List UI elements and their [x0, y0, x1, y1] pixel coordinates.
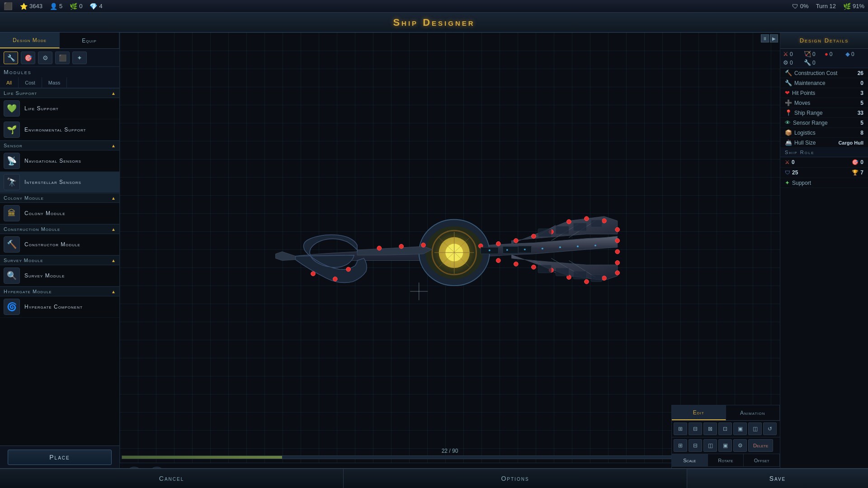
category-life-support[interactable]: Life Support ▲	[0, 88, 119, 98]
svg-point-21	[602, 219, 607, 223]
tool-9[interactable]: ⊟	[689, 439, 702, 452]
svg-point-24	[585, 279, 589, 284]
filter-star[interactable]: ✦	[72, 52, 87, 64]
stat-icon-attack: ⚔ 0	[783, 51, 802, 57]
edit-tools-row2: ⊞ ⊟ ◫ ▣ ⚙ Delete	[672, 437, 780, 454]
right-panel: Design Details ⚔ 0 🏹 0 ● 0 ◆ 0 ⚙ 0	[780, 33, 868, 488]
svg-point-17	[615, 239, 620, 243]
svg-point-29	[531, 234, 536, 239]
list-item[interactable]: 🌱 Environmental Support	[0, 119, 119, 141]
category-sensor[interactable]: Sensor ▲	[0, 141, 119, 150]
tool-4[interactable]: ⊡	[718, 422, 732, 435]
ship-role-section: Ship Role	[780, 148, 868, 157]
module-icon-interstellar-sensors: 🔭	[4, 174, 20, 190]
list-item[interactable]: 💚 Life Support	[0, 98, 119, 119]
module-icon-env-support: 🌱	[4, 122, 20, 138]
svg-point-36	[421, 243, 426, 247]
tool-2[interactable]: ⊟	[689, 422, 702, 435]
stat-energy: 🌿 91%	[843, 3, 864, 10]
hull-size-icon: 🚢	[785, 139, 792, 146]
stat-ship-range: 📍 Ship Range 33	[780, 108, 868, 118]
pause-button[interactable]: ⏸	[761, 34, 769, 42]
category-survey[interactable]: Survey Module ▲	[0, 255, 119, 265]
delete-button[interactable]: Delete	[748, 439, 773, 452]
svg-point-56	[542, 248, 543, 249]
support-icon: ✦	[785, 179, 790, 186]
title-bar: Ship Designer	[0, 13, 868, 33]
topbar: ⬛ ⭐ 3643 👤 5 🌿 0 💎 4 🛡 0% Turn 12 🌿 91%	[0, 0, 868, 13]
tab-offset[interactable]: Offset	[744, 454, 780, 466]
svg-point-39	[346, 267, 351, 272]
stat-construction-cost: 🔨 Construction Cost 26	[780, 68, 868, 78]
options-action-button[interactable]: Options	[344, 469, 687, 488]
category-hypergate[interactable]: Hypergate Module ▲	[0, 286, 119, 296]
svg-point-18	[615, 249, 620, 254]
tool-7[interactable]: ↺	[763, 422, 777, 435]
svg-point-55	[524, 249, 526, 250]
tool-10[interactable]: ◫	[703, 439, 717, 452]
svg-rect-48	[573, 271, 586, 279]
filter-grid[interactable]: ⬛	[55, 52, 70, 64]
tool-8[interactable]: ⊞	[674, 439, 687, 452]
svg-rect-51	[503, 246, 518, 253]
list-item[interactable]: 🌀 Hypergate Component	[0, 296, 119, 318]
play-button[interactable]: ▶	[770, 34, 778, 42]
list-item[interactable]: 📡 Navigational Sensors	[0, 150, 119, 172]
pause-controls: ⏸ ▶	[761, 34, 778, 42]
list-item[interactable]: 🔍 Survey Module	[0, 265, 119, 286]
svg-point-16	[615, 227, 620, 232]
filter-wrench[interactable]: 🔧	[4, 52, 18, 64]
stat-population: 👤 5	[50, 3, 62, 10]
tool-5[interactable]: ▣	[733, 422, 747, 435]
module-name-env-support: Environmental Support	[24, 127, 86, 133]
progress-fill	[122, 456, 282, 459]
logistics-icon: 📦	[785, 129, 792, 136]
stat-sensor-range: 👁 Sensor Range 5	[780, 118, 868, 128]
svg-point-20	[615, 271, 620, 275]
tool-3[interactable]: ⊠	[703, 422, 717, 435]
role-row-2: 🛡 25 🏆 7	[780, 168, 868, 178]
sort-mass[interactable]: Mass	[42, 77, 67, 88]
module-name-nav-sensors: Navigational Sensors	[24, 158, 81, 164]
svg-rect-46	[538, 265, 551, 273]
sort-cost[interactable]: Cost	[19, 77, 42, 88]
category-colony[interactable]: Colony Module ▲	[0, 193, 119, 203]
module-list: Life Support ▲ 💚 Life Support 🌱 Environm…	[0, 88, 119, 446]
list-item[interactable]: 🔭 Interstellar Sensors	[0, 172, 119, 193]
tool-1[interactable]: ⊞	[674, 422, 687, 435]
svg-point-58	[577, 245, 579, 247]
tab-edit[interactable]: Edit	[672, 405, 726, 420]
tab-design-mode[interactable]: Design Mode	[0, 33, 60, 48]
ship-display	[269, 166, 631, 338]
module-icon-colony: 🏛	[4, 205, 20, 221]
svg-rect-43	[556, 226, 569, 234]
role-attack-icon: ⚔	[785, 159, 790, 165]
filter-gear[interactable]: ⚙	[38, 52, 52, 64]
filter-gun[interactable]: 🎯	[21, 52, 35, 64]
construction-cost-icon: 🔨	[785, 70, 792, 76]
tool-12[interactable]: ⚙	[733, 439, 747, 452]
svg-rect-42	[538, 229, 551, 237]
tool-6[interactable]: ◫	[748, 422, 762, 435]
tab-animation[interactable]: Animation	[726, 405, 780, 420]
svg-point-19	[615, 261, 620, 265]
sort-all[interactable]: All	[0, 77, 19, 88]
module-icon-life-support: 💚	[4, 100, 20, 117]
stat-hit-points: ❤ Hit Points 3	[780, 88, 868, 98]
module-name-life-support: Life Support	[24, 105, 59, 112]
list-item[interactable]: 🔨 Constructor Module	[0, 234, 119, 255]
cancel-action-button[interactable]: Cancel	[0, 469, 344, 488]
list-item[interactable]: 🏛 Colony Module	[0, 203, 119, 224]
save-button[interactable]: Save	[687, 469, 868, 488]
svg-point-57	[559, 246, 561, 248]
category-construction[interactable]: Construction Module ▲	[0, 224, 119, 234]
filter-icons-row: 🔧 🎯 ⚙ ⬛ ✦	[0, 49, 119, 67]
place-button[interactable]: Place	[8, 450, 112, 465]
tab-scale[interactable]: Scale	[672, 454, 708, 466]
tab-rotate[interactable]: Rotate	[708, 454, 744, 466]
tool-11[interactable]: ▣	[718, 439, 732, 452]
stat-hull-size: 🚢 Hull Size Cargo Hull	[780, 138, 868, 148]
svg-point-41	[311, 272, 316, 276]
tab-equip[interactable]: Equip	[60, 33, 119, 48]
svg-point-54	[506, 249, 508, 251]
